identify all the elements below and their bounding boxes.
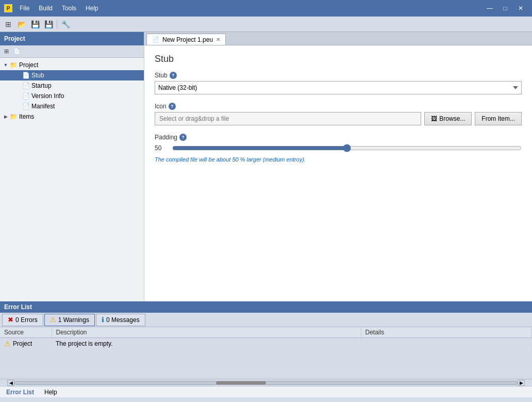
stub-help-icon[interactable]: ? [170, 72, 177, 79]
sidebar-toolbar: ⊞ 📄 [0, 45, 144, 58]
tree-label-stub: Stub [31, 72, 44, 79]
icon-input-row: 🖼 Browse... From Item... [155, 112, 522, 125]
sidebar-header: Project [0, 32, 144, 45]
tree-label-manifest: Manifest [31, 103, 55, 110]
title-bar: P File Build Tools Help — □ ✕ [0, 0, 532, 17]
folder-icon-items: 📁 [9, 113, 18, 120]
menu-file[interactable]: File [15, 3, 34, 14]
warning-icon: ⚠ [50, 316, 56, 324]
app-icon: P [4, 4, 12, 12]
icon-label: Icon ? [155, 103, 522, 110]
tree-toggle-project[interactable]: ▼ [2, 62, 9, 68]
col-details: Details [361, 327, 532, 338]
save-all-button[interactable]: 💾 [42, 18, 55, 30]
padding-help-icon[interactable]: ? [179, 134, 187, 141]
file-icon-stub: 📄 [22, 72, 30, 79]
file-icon-version-info: 📄 [22, 92, 30, 100]
main-content: Stub Stub ? Native (32-bit) Native (64-b… [144, 45, 532, 301]
title-bar-left: P File Build Tools Help [4, 3, 103, 14]
stub-field-group: Stub ? Native (32-bit) Native (64-bit) C… [155, 72, 522, 94]
browse-button[interactable]: 🖼 Browse... [424, 112, 472, 125]
icon-file-input[interactable] [155, 112, 421, 125]
row-description-cell: The project is empty. [52, 338, 361, 350]
footer-tab-error-list[interactable]: Error List [2, 388, 38, 397]
icon-field-group: Icon ? 🖼 Browse... From Item... [155, 103, 522, 125]
padding-label: Padding ? [155, 134, 522, 141]
tree-label-startup: Startup [31, 82, 52, 89]
error-list-content: Source Description Details ⚠ Project The… [0, 327, 532, 379]
error-table: Source Description Details ⚠ Project The… [0, 327, 532, 349]
content-area: Project ⊞ 📄 ▼ 📁 Project 📄 Stub [0, 32, 532, 301]
footer-tabs: Error List Help [0, 386, 532, 397]
stub-label: Stub ? [155, 72, 522, 79]
menu-help[interactable]: Help [81, 3, 103, 14]
col-description: Description [52, 327, 361, 338]
error-icon: ✖ [8, 316, 13, 324]
tree-label-items: Items [19, 113, 34, 120]
tree-item-stub[interactable]: 📄 Stub [0, 70, 144, 81]
tab-icon: 📄 [152, 36, 159, 43]
file-icon-manifest: 📄 [22, 103, 30, 110]
info-icon: ℹ [102, 316, 104, 324]
scroll-thumb[interactable] [216, 381, 266, 384]
build-button[interactable]: 🔧 [59, 18, 72, 30]
tree-label-version-info: Version Info [31, 92, 64, 100]
main-layout: Project ⊞ 📄 ▼ 📁 Project 📄 Stub [0, 32, 532, 402]
sidebar-new-folder-btn[interactable]: ⊞ [1, 47, 11, 56]
padding-slider[interactable] [172, 143, 522, 153]
tree-item-manifest[interactable]: 📄 Manifest [0, 101, 144, 111]
project-tree: ▼ 📁 Project 📄 Stub 📄 Startup [0, 58, 144, 301]
messages-tab[interactable]: ℹ 0 Messages [96, 314, 145, 326]
padding-field-group: Padding ? 50 The compiled file will be a… [155, 134, 522, 163]
title-bar-controls: — □ ✕ [483, 3, 528, 13]
tab-new-project[interactable]: 📄 New Project 1.peu ✕ [146, 34, 226, 45]
sidebar: Project ⊞ 📄 ▼ 📁 Project 📄 Stub [0, 32, 144, 301]
section-title: Stub [155, 54, 522, 65]
tree-item-startup[interactable]: 📄 Startup [0, 81, 144, 91]
tab-bar: 📄 New Project 1.peu ✕ [144, 32, 532, 45]
tree-toggle-items[interactable]: ▶ [2, 114, 9, 119]
error-list-header: Error List [0, 301, 532, 313]
toolbar-separator [57, 20, 57, 29]
errors-tab[interactable]: ✖ 0 Errors [2, 314, 43, 326]
col-source: Source [0, 327, 52, 338]
bottom-panel: Error List ✖ 0 Errors ⚠ 1 Warnings ℹ 0 M… [0, 301, 532, 402]
folder-icon: 📁 [9, 61, 18, 69]
footer-tab-help[interactable]: Help [40, 388, 61, 397]
close-button[interactable]: ✕ [513, 3, 528, 13]
tree-item-version-info[interactable]: 📄 Version Info [0, 91, 144, 101]
save-button[interactable]: 💾 [29, 18, 41, 30]
tree-item-project[interactable]: ▼ 📁 Project [0, 60, 144, 70]
sidebar-title: Project [4, 35, 25, 42]
tab-label: New Project 1.peu [162, 36, 213, 43]
menu-tools[interactable]: Tools [58, 3, 80, 14]
scroll-track [14, 381, 518, 385]
right-panel: 📄 New Project 1.peu ✕ Stub Stub ? Native… [144, 32, 532, 301]
from-item-button[interactable]: From Item... [475, 112, 522, 125]
file-icon-startup: 📄 [22, 82, 30, 89]
title-menu: File Build Tools Help [15, 3, 103, 14]
padding-note: The compiled file will be about 50 % lar… [155, 156, 522, 163]
tree-label-project: Project [19, 61, 38, 69]
new-button[interactable]: ⊞ [2, 18, 14, 30]
main-toolbar: ⊞ 📂 💾 💾 🔧 [0, 17, 532, 32]
tree-item-items[interactable]: ▶ 📁 Items [0, 111, 144, 122]
minimize-button[interactable]: — [483, 3, 497, 13]
padding-value: 50 [155, 144, 167, 152]
row-warning-icon: ⚠ [4, 340, 11, 348]
padding-slider-row: 50 [155, 143, 522, 153]
scroll-right-button[interactable]: ▶ [518, 380, 525, 386]
browse-icon: 🖼 [431, 115, 437, 122]
warnings-tab[interactable]: ⚠ 1 Warnings [44, 314, 95, 326]
open-button[interactable]: 📂 [15, 18, 28, 30]
sidebar-new-file-btn[interactable]: 📄 [12, 47, 22, 56]
table-row: ⚠ Project The project is empty. [0, 338, 532, 350]
scrollbar-area: ◀ ▶ [0, 379, 532, 386]
icon-help-icon[interactable]: ? [169, 103, 176, 110]
tab-close-button[interactable]: ✕ [216, 37, 220, 42]
row-details-cell [361, 338, 532, 350]
stub-select[interactable]: Native (32-bit) Native (64-bit) CLR (.NE… [155, 81, 522, 94]
menu-build[interactable]: Build [35, 3, 57, 14]
scroll-left-button[interactable]: ◀ [7, 380, 14, 386]
maximize-button[interactable]: □ [498, 3, 512, 13]
